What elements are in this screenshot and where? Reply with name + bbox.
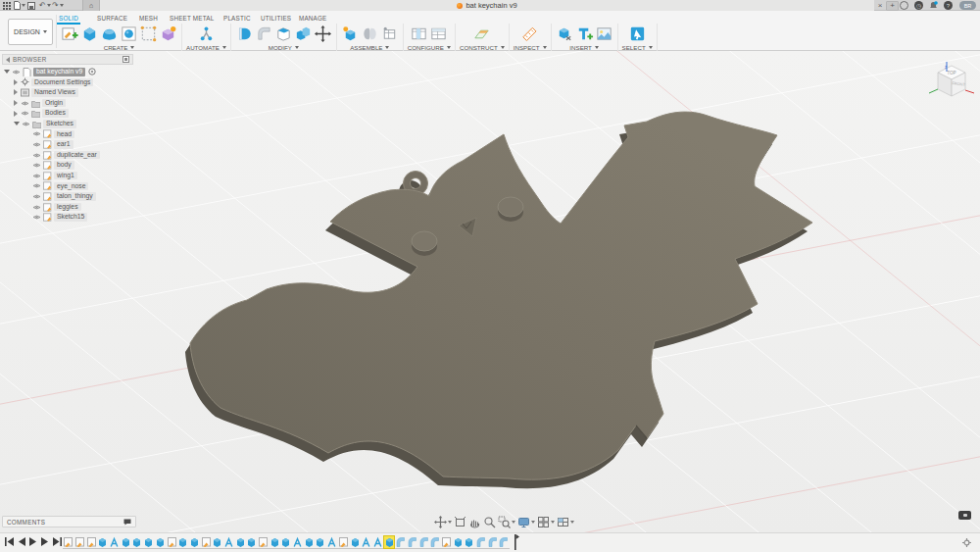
- browser-item-sketch15[interactable]: Sketch15: [2, 212, 133, 223]
- timeline-feature-extrude[interactable]: [97, 535, 109, 549]
- expand-icon[interactable]: [14, 79, 18, 85]
- bat-model-body[interactable]: [190, 112, 812, 479]
- new-component-icon[interactable]: [341, 25, 360, 43]
- timeline-feature-extrude[interactable]: [189, 535, 201, 549]
- config-table-icon[interactable]: [429, 25, 448, 43]
- collapse-panel-icon[interactable]: [6, 57, 10, 63]
- notification-bell-icon[interactable]: [929, 1, 938, 10]
- ribbon-group-label-configure[interactable]: CONFIGURE: [408, 44, 451, 51]
- home-tab[interactable]: ⌂: [82, 0, 100, 11]
- collapse-icon[interactable]: [4, 70, 10, 74]
- help-icon[interactable]: ?: [944, 1, 953, 10]
- browser-item-named-views[interactable]: Named Views: [2, 87, 133, 98]
- redo-icon[interactable]: ↷: [52, 1, 64, 10]
- timeline-feature-fillet[interactable]: [417, 535, 429, 549]
- extension-manager-icon[interactable]: ◷: [914, 1, 923, 10]
- timeline-feature-fillet[interactable]: [486, 535, 498, 549]
- revolve-icon[interactable]: [120, 25, 138, 43]
- visibility-eye-icon[interactable]: [32, 162, 41, 169]
- ribbon-group-label-select[interactable]: SELECT: [622, 44, 653, 51]
- create-sketch-icon[interactable]: [61, 25, 79, 43]
- shell-icon[interactable]: [274, 25, 293, 43]
- ribbon-tab-sheet-metal[interactable]: SHEET METAL: [168, 13, 216, 23]
- timeline-feature-fillet[interactable]: [407, 535, 418, 549]
- insert-canvas-icon[interactable]: [595, 25, 613, 43]
- app-grid-icon[interactable]: [3, 1, 11, 10]
- visibility-eye-icon[interactable]: [32, 130, 41, 137]
- timeline-feature-sketch[interactable]: [258, 535, 270, 549]
- bat-eye-left[interactable]: [412, 231, 437, 256]
- timeline-feature-sketch[interactable]: [63, 535, 74, 549]
- visibility-eye-icon[interactable]: [21, 110, 29, 117]
- ribbon-tab-mesh[interactable]: MESH: [137, 13, 160, 23]
- orbit-icon[interactable]: [468, 516, 481, 528]
- expand-icon[interactable]: [14, 100, 18, 106]
- visibility-eye-icon[interactable]: [32, 152, 41, 159]
- chevron-down-icon[interactable]: [448, 521, 452, 524]
- browser-item-wing1[interactable]: wing1: [2, 171, 133, 181]
- timeline-feature-extrude[interactable]: [212, 535, 223, 549]
- browser-item-bodies[interactable]: Bodies: [2, 108, 133, 119]
- notification-badge[interactable]: [958, 511, 971, 520]
- timeline-feature-extrude[interactable]: [315, 535, 326, 549]
- ribbon-group-label-construct[interactable]: CONSTRUCT: [460, 44, 505, 51]
- move-icon[interactable]: [314, 25, 332, 43]
- timeline-feature-extrude[interactable]: [269, 535, 280, 549]
- ribbon-tab-plastic[interactable]: PLASTIC: [221, 13, 253, 23]
- timeline-position-marker[interactable]: [512, 534, 519, 551]
- step-back-icon[interactable]: [18, 537, 25, 546]
- insert-derive-icon[interactable]: [556, 25, 574, 43]
- timeline-feature-text[interactable]: [223, 535, 235, 549]
- visibility-eye-icon[interactable]: [21, 100, 29, 107]
- browser-item-bat-keychain-v9[interactable]: bat keychain v9: [2, 67, 133, 77]
- chevron-down-icon[interactable]: [570, 521, 574, 524]
- select-tool-icon[interactable]: [628, 25, 647, 43]
- insert-text-icon[interactable]: [575, 25, 594, 43]
- expand-icon[interactable]: [14, 111, 18, 117]
- browser-item-duplicate-ear[interactable]: duplicate_ear: [2, 150, 133, 161]
- browser-item-talon-thingy[interactable]: talon_thingy: [2, 191, 133, 202]
- timeline-feature-text[interactable]: [326, 535, 338, 549]
- timeline-feature-fillet[interactable]: [475, 535, 487, 549]
- timeline-feature-extrude[interactable]: [120, 535, 131, 549]
- visibility-eye-icon[interactable]: [32, 173, 41, 179]
- browser-item-body[interactable]: body: [2, 160, 133, 171]
- fillet-icon[interactable]: [255, 25, 273, 43]
- collapse-icon[interactable]: [14, 122, 20, 125]
- ribbon-tab-surface[interactable]: SURFACE: [95, 13, 129, 23]
- timeline-feature-sketch[interactable]: [166, 535, 177, 549]
- chevron-down-icon[interactable]: [551, 521, 555, 524]
- timeline-feature-sketch[interactable]: [441, 535, 453, 549]
- timeline-feature-text[interactable]: [292, 535, 304, 549]
- timeline-feature-sketch[interactable]: [74, 535, 86, 549]
- timeline-feature-extrude[interactable]: [383, 535, 395, 549]
- pan-icon[interactable]: [434, 516, 452, 528]
- job-status-icon[interactable]: [900, 1, 908, 10]
- comments-bar[interactable]: COMMENTS: [2, 516, 136, 527]
- press-pull-icon[interactable]: [235, 25, 254, 43]
- automate-script-icon[interactable]: [197, 25, 216, 43]
- visibility-eye-icon[interactable]: [22, 121, 30, 127]
- browser-item-leggies[interactable]: leggies: [2, 202, 133, 213]
- ribbon-group-label-automate[interactable]: AUTOMATE: [186, 44, 226, 51]
- visibility-eye-icon[interactable]: [32, 214, 41, 221]
- visibility-eye-icon[interactable]: [32, 182, 41, 189]
- browser-item-eye-nose[interactable]: eye_nose: [2, 181, 133, 192]
- timeline-feature-extrude[interactable]: [349, 535, 361, 549]
- chevron-down-icon[interactable]: [512, 521, 515, 524]
- form-icon[interactable]: [100, 25, 119, 43]
- configuration-icon[interactable]: [410, 25, 428, 43]
- timeline-feature-extrude[interactable]: [452, 535, 464, 549]
- visibility-eye-icon[interactable]: [12, 69, 21, 75]
- construct-plane-icon[interactable]: [472, 25, 491, 43]
- browser-item-document-settings[interactable]: Document Settings: [2, 77, 133, 88]
- extrude-icon[interactable]: [80, 25, 99, 43]
- visibility-eye-icon[interactable]: [32, 193, 41, 200]
- display-settings-icon[interactable]: [517, 516, 535, 528]
- ribbon-group-label-inspect[interactable]: INSPECT: [514, 44, 547, 51]
- browser-item-sketches[interactable]: Sketches: [2, 119, 133, 129]
- panel-options-icon[interactable]: [122, 56, 129, 63]
- ribbon-group-label-create[interactable]: CREATE: [104, 44, 135, 51]
- browser-item-origin[interactable]: Origin: [2, 98, 133, 109]
- undo-icon[interactable]: ↶: [39, 1, 51, 10]
